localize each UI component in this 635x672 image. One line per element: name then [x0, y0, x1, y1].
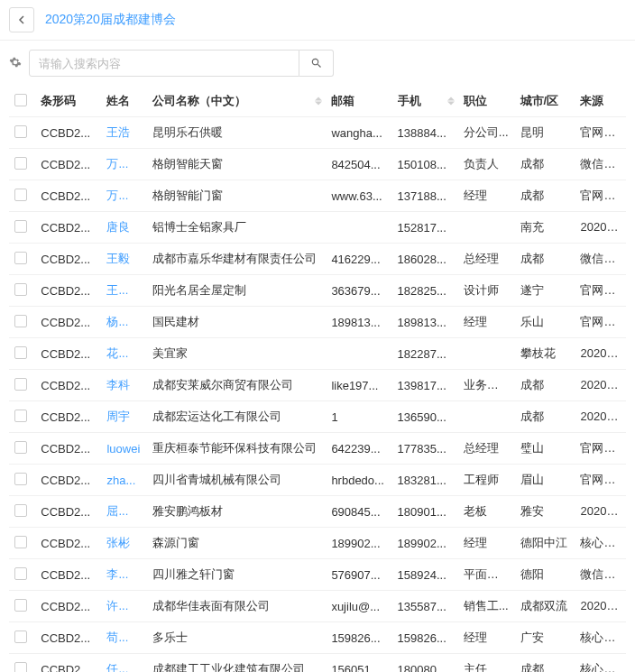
col-phone[interactable]: 手机 — [392, 86, 458, 117]
cell-company: 成都建工工业化建筑有限公司 — [147, 654, 327, 673]
cell-source: 官网登... — [575, 465, 626, 496]
table-row[interactable]: CCBD2...luowei重庆桓泰节能环保科技有限公司642239...177… — [9, 433, 626, 465]
cell-barcode: CCBD2... — [35, 149, 101, 180]
col-city[interactable]: 城市/区 — [515, 86, 575, 117]
cell-phone: 135587... — [392, 591, 458, 622]
table-row[interactable]: CCBD2...李...四川雅之轩门窗576907...158924...平面设… — [9, 559, 626, 591]
cell-email: www.63... — [326, 180, 391, 212]
col-source[interactable]: 来源 — [575, 86, 626, 117]
cell-barcode: CCBD2... — [35, 212, 101, 244]
search-input[interactable] — [29, 50, 299, 77]
table-row[interactable]: CCBD2...苟...多乐士159826...159826...经理广安核心买… — [9, 622, 626, 654]
col-position[interactable]: 职位 — [458, 86, 515, 117]
cell-name[interactable]: 任... — [101, 654, 146, 673]
cell-email: 416229... — [326, 244, 391, 275]
chevron-left-icon — [17, 15, 26, 24]
table-row[interactable]: CCBD2...花...美宜家182287...攀枝花2020届... — [9, 338, 626, 370]
row-checkbox[interactable] — [14, 567, 27, 580]
col-name[interactable]: 姓名 — [101, 86, 146, 117]
cell-name[interactable]: 万... — [101, 180, 146, 212]
table-row[interactable]: CCBD2...任...成都建工工业化建筑有限公司156051...180080… — [9, 654, 626, 673]
row-checkbox[interactable] — [14, 662, 27, 673]
cell-company: 阳光名居全屋定制 — [147, 275, 327, 307]
table-row[interactable]: CCBD2...周宇成都宏运达化工有限公司1136590...成都2020届..… — [9, 401, 626, 433]
cell-name[interactable]: 屈... — [101, 496, 146, 528]
table-row[interactable]: CCBD2...李科成都安莱威尔商贸有限公司like197...139817..… — [9, 370, 626, 401]
cell-name[interactable]: 花... — [101, 338, 146, 370]
col-company[interactable]: 公司名称（中文） — [147, 86, 327, 117]
table-row[interactable]: CCBD2...万...格朗智能门窗www.63...137188...经理成都… — [9, 180, 626, 212]
cell-source: 微信服... — [575, 149, 626, 180]
cell-name[interactable]: zha... — [101, 465, 146, 496]
cell-name[interactable]: 王浩 — [101, 117, 146, 149]
gear-icon[interactable] — [9, 56, 22, 71]
cell-name[interactable]: 苟... — [101, 622, 146, 654]
table-row[interactable]: CCBD2...万...格朗智能天窗842504...150108...负责人成… — [9, 149, 626, 180]
table-row[interactable]: CCBD2...王...阳光名居全屋定制363679...182825...设计… — [9, 275, 626, 307]
table-row[interactable]: CCBD2...唐良铝博士全铝家具厂152817...南充2020届... — [9, 212, 626, 244]
row-checkbox[interactable] — [14, 410, 27, 422]
cell-email: 363679... — [326, 275, 391, 307]
row-checkbox[interactable] — [14, 599, 27, 612]
cell-name[interactable]: 周宇 — [101, 401, 146, 433]
row-checkbox[interactable] — [14, 441, 27, 454]
select-all-checkbox[interactable] — [14, 94, 27, 106]
cell-email: hrbdedo... — [326, 465, 391, 496]
cell-name[interactable]: 万... — [101, 149, 146, 180]
row-checkbox[interactable] — [14, 283, 27, 296]
cell-name[interactable]: luowei — [101, 433, 146, 465]
row-checkbox[interactable] — [14, 220, 27, 233]
cell-name[interactable]: 李... — [101, 559, 146, 591]
cell-city: 德阳中江 — [515, 528, 575, 559]
cell-source: 微信订... — [575, 559, 626, 591]
search-button[interactable] — [299, 50, 334, 77]
cell-name[interactable]: 王... — [101, 275, 146, 307]
row-checkbox[interactable] — [14, 631, 27, 643]
row-checkbox[interactable] — [14, 252, 27, 264]
row-checkbox[interactable] — [14, 157, 27, 170]
cell-barcode: CCBD2... — [35, 338, 101, 370]
table-row[interactable]: CCBD2...张彬森源门窗189902...189902...经理德阳中江核心… — [9, 528, 626, 559]
col-barcode[interactable]: 条形码 — [35, 86, 101, 117]
cell-position: 销售工... — [458, 591, 515, 622]
table-row[interactable]: CCBD2...王浩昆明乐石供暖wangha...138884...分公司...… — [9, 117, 626, 149]
cell-email: 690845... — [326, 496, 391, 528]
cell-company: 昆明乐石供暖 — [147, 117, 327, 149]
row-checkbox[interactable] — [14, 346, 27, 359]
cell-company: 成都宏运达化工有限公司 — [147, 401, 327, 433]
cell-city: 成都 — [515, 244, 575, 275]
row-checkbox[interactable] — [14, 189, 27, 201]
cell-name[interactable]: 张彬 — [101, 528, 146, 559]
col-phone-label: 手机 — [398, 94, 421, 107]
cell-company: 成都华佳表面有限公司 — [147, 591, 327, 622]
row-checkbox[interactable] — [14, 378, 27, 391]
table-row[interactable]: CCBD2...许...成都华佳表面有限公司xujilu@...135587..… — [9, 591, 626, 622]
cell-source: 2020届... — [575, 496, 626, 528]
cell-phone: 138884... — [392, 117, 458, 149]
back-button[interactable] — [9, 7, 34, 32]
table-row[interactable]: CCBD2...王毅成都市嘉乐华建材有限责任公司416229...186028.… — [9, 244, 626, 275]
cell-name[interactable]: 王毅 — [101, 244, 146, 275]
cell-source: 官网登... — [575, 307, 626, 338]
col-email[interactable]: 邮箱 — [326, 86, 391, 117]
row-checkbox[interactable] — [14, 473, 27, 485]
cell-source: 2020届... — [575, 591, 626, 622]
table-row[interactable]: CCBD2...zha...四川省青城机械有限公司hrbdedo...18328… — [9, 465, 626, 496]
cell-name[interactable]: 许... — [101, 591, 146, 622]
cell-name[interactable]: 唐良 — [101, 212, 146, 244]
cell-position: 经理 — [458, 180, 515, 212]
cell-barcode: CCBD2... — [35, 528, 101, 559]
cell-email: 1 — [326, 401, 391, 433]
row-checkbox[interactable] — [14, 536, 27, 548]
table-row[interactable]: CCBD2...杨...国民建材189813...189813...经理乐山官网… — [9, 307, 626, 338]
cell-phone: 189813... — [392, 307, 458, 338]
sort-icon — [315, 97, 322, 106]
row-checkbox[interactable] — [14, 315, 27, 327]
row-checkbox[interactable] — [14, 125, 27, 138]
row-checkbox[interactable] — [14, 504, 27, 517]
cell-name[interactable]: 杨... — [101, 307, 146, 338]
breadcrumb[interactable]: 2020第20届成都建博会 — [45, 12, 176, 28]
table-row[interactable]: CCBD2...屈...雅安鹏鸿板材690845...180901...老板雅安… — [9, 496, 626, 528]
cell-name[interactable]: 李科 — [101, 370, 146, 401]
cell-position: 负责人 — [458, 149, 515, 180]
